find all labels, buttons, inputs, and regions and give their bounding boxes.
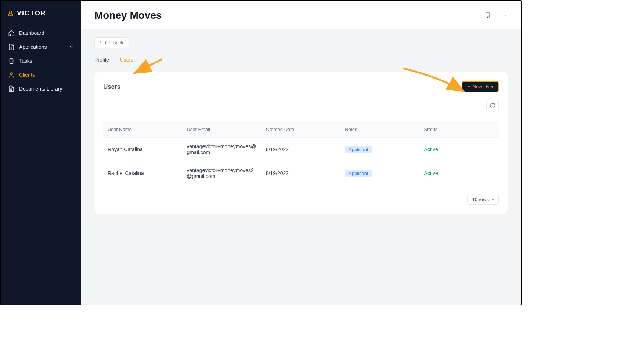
cell-created-date: 8/19/2022: [261, 161, 340, 185]
document-search-icon: [8, 85, 15, 92]
app-window: VICTOR Dashboard Applications: [0, 0, 522, 305]
table-row[interactable]: Rhyan Catalina vantagevictor+moneymoves@…: [103, 138, 499, 161]
chevron-down-icon: [69, 44, 74, 50]
header-actions: [484, 12, 508, 19]
tab-label: Profile: [94, 57, 109, 63]
sidebar-item-label: Documents Library: [19, 86, 62, 92]
tab-profile[interactable]: Profile: [94, 57, 109, 66]
file-icon: [8, 44, 15, 50]
sidebar-item-applications[interactable]: Applications: [1, 40, 81, 54]
status-badge: Active: [424, 146, 438, 152]
page-title: Money Moves: [94, 10, 162, 21]
cell-created-date: 8/19/2022: [261, 138, 340, 161]
cell-status: Active: [420, 138, 499, 161]
brand-logo-icon: [7, 10, 14, 17]
sidebar-item-documents-library[interactable]: Documents Library: [1, 82, 81, 96]
table-row[interactable]: Rachel Catalina vantagevictor+moneymoves…: [103, 161, 499, 185]
sidebar-item-label: Clients: [19, 72, 35, 78]
users-table: User Name User Email Created Date Roles …: [103, 121, 499, 185]
sidebar-item-label: Applications: [19, 44, 47, 50]
cell-user-email: vantagevictor+moneymoves2@gmail.com: [182, 161, 261, 185]
panel-header: Users New User: [103, 81, 499, 92]
rows-per-page-select[interactable]: 10 rows: [467, 194, 499, 205]
chevron-left-icon: [98, 40, 103, 46]
content-area: Go Back Profile Users Users New: [81, 29, 521, 305]
cell-user-email: vantagevictor+moneymoves@gmail.com: [182, 138, 261, 161]
col-user-name[interactable]: User Name: [103, 121, 182, 138]
main: Money Moves Go Back Profile: [81, 1, 521, 305]
clipboard-icon: [8, 58, 15, 64]
cell-user-name: Rhyan Catalina: [103, 138, 182, 161]
plus-icon: [467, 84, 471, 90]
role-chip: Applicant: [345, 170, 372, 177]
status-badge: Active: [424, 170, 438, 176]
more-icon[interactable]: [500, 12, 508, 19]
role-chip: Applicant: [345, 146, 372, 153]
paginator: 10 rows: [103, 194, 499, 205]
refresh-button[interactable]: [486, 100, 499, 112]
cell-status: Active: [420, 161, 499, 185]
home-icon: [8, 30, 15, 36]
svg-point-5: [502, 15, 502, 16]
new-user-label: New User: [473, 84, 494, 90]
col-status[interactable]: Status: [420, 121, 499, 138]
sidebar: VICTOR Dashboard Applications: [1, 1, 81, 305]
svg-point-7: [505, 15, 506, 16]
table-header-row: User Name User Email Created Date Roles …: [103, 121, 499, 138]
page-header: Money Moves: [81, 1, 521, 29]
sidebar-item-label: Tasks: [19, 58, 32, 64]
brand-name: VICTOR: [17, 10, 46, 17]
refresh-row: [103, 100, 499, 112]
sidebar-item-label: Dashboard: [19, 30, 44, 36]
tab-users[interactable]: Users: [120, 57, 134, 66]
cell-roles: Applicant: [340, 161, 419, 185]
col-created-date[interactable]: Created Date: [261, 121, 340, 138]
tab-label: Users: [120, 57, 134, 63]
col-user-email[interactable]: User Email: [182, 121, 261, 138]
sidebar-item-tasks[interactable]: Tasks: [1, 54, 81, 68]
tabs: Profile Users: [94, 57, 508, 66]
cell-user-name: Rachel Catalina: [103, 161, 182, 185]
sidebar-item-dashboard[interactable]: Dashboard: [1, 26, 81, 40]
go-back-button[interactable]: Go Back: [94, 37, 129, 48]
sidebar-item-clients[interactable]: Clients: [1, 68, 81, 82]
nav-list: Dashboard Applications Tasks: [1, 26, 81, 96]
rows-select-label: 10 rows: [472, 197, 489, 202]
panel-title: Users: [103, 83, 120, 91]
go-back-label: Go Back: [105, 40, 123, 46]
user-icon: [8, 72, 15, 78]
users-panel: Users New User: [94, 72, 508, 214]
brand: VICTOR: [1, 7, 81, 26]
cell-roles: Applicant: [340, 138, 419, 161]
building-icon[interactable]: [484, 12, 491, 19]
refresh-icon: [490, 103, 495, 110]
new-user-button[interactable]: New User: [462, 81, 499, 92]
col-roles[interactable]: Roles: [340, 121, 419, 138]
svg-point-2: [10, 73, 12, 75]
svg-point-3: [10, 89, 12, 91]
svg-point-6: [504, 15, 504, 16]
